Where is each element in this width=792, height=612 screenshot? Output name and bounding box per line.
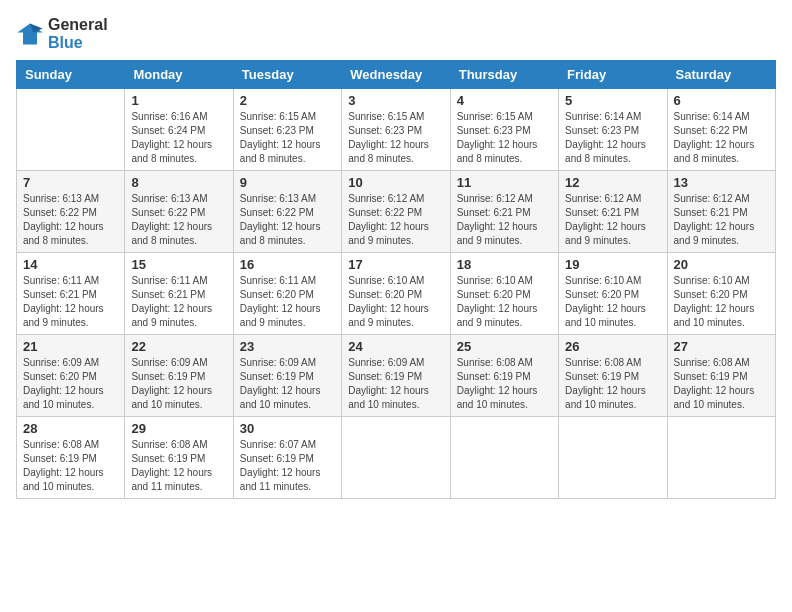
day-info: Sunrise: 6:12 AMSunset: 6:22 PMDaylight:… [348, 192, 443, 248]
day-info: Sunrise: 6:13 AMSunset: 6:22 PMDaylight:… [23, 192, 118, 248]
day-number: 10 [348, 175, 443, 190]
week-row-1: 7Sunrise: 6:13 AMSunset: 6:22 PMDaylight… [17, 171, 776, 253]
calendar-cell: 1Sunrise: 6:16 AMSunset: 6:24 PMDaylight… [125, 89, 233, 171]
calendar-cell: 4Sunrise: 6:15 AMSunset: 6:23 PMDaylight… [450, 89, 558, 171]
day-info: Sunrise: 6:08 AMSunset: 6:19 PMDaylight:… [565, 356, 660, 412]
day-info: Sunrise: 6:09 AMSunset: 6:20 PMDaylight:… [23, 356, 118, 412]
day-number: 9 [240, 175, 335, 190]
day-info: Sunrise: 6:11 AMSunset: 6:20 PMDaylight:… [240, 274, 335, 330]
calendar-cell: 12Sunrise: 6:12 AMSunset: 6:21 PMDayligh… [559, 171, 667, 253]
calendar-cell: 19Sunrise: 6:10 AMSunset: 6:20 PMDayligh… [559, 253, 667, 335]
calendar-cell [17, 89, 125, 171]
day-number: 29 [131, 421, 226, 436]
header-sunday: Sunday [17, 61, 125, 89]
day-number: 3 [348, 93, 443, 108]
day-info: Sunrise: 6:10 AMSunset: 6:20 PMDaylight:… [348, 274, 443, 330]
day-info: Sunrise: 6:10 AMSunset: 6:20 PMDaylight:… [565, 274, 660, 330]
calendar-cell: 7Sunrise: 6:13 AMSunset: 6:22 PMDaylight… [17, 171, 125, 253]
calendar-cell: 8Sunrise: 6:13 AMSunset: 6:22 PMDaylight… [125, 171, 233, 253]
header-saturday: Saturday [667, 61, 775, 89]
svg-marker-0 [17, 24, 42, 45]
week-row-2: 14Sunrise: 6:11 AMSunset: 6:21 PMDayligh… [17, 253, 776, 335]
day-info: Sunrise: 6:08 AMSunset: 6:19 PMDaylight:… [457, 356, 552, 412]
day-info: Sunrise: 6:09 AMSunset: 6:19 PMDaylight:… [240, 356, 335, 412]
calendar-cell: 21Sunrise: 6:09 AMSunset: 6:20 PMDayligh… [17, 335, 125, 417]
day-number: 5 [565, 93, 660, 108]
day-info: Sunrise: 6:13 AMSunset: 6:22 PMDaylight:… [240, 192, 335, 248]
calendar-cell: 23Sunrise: 6:09 AMSunset: 6:19 PMDayligh… [233, 335, 341, 417]
calendar-cell: 29Sunrise: 6:08 AMSunset: 6:19 PMDayligh… [125, 417, 233, 499]
day-info: Sunrise: 6:07 AMSunset: 6:19 PMDaylight:… [240, 438, 335, 494]
day-number: 28 [23, 421, 118, 436]
day-number: 20 [674, 257, 769, 272]
day-info: Sunrise: 6:12 AMSunset: 6:21 PMDaylight:… [457, 192, 552, 248]
day-info: Sunrise: 6:11 AMSunset: 6:21 PMDaylight:… [23, 274, 118, 330]
calendar-cell: 17Sunrise: 6:10 AMSunset: 6:20 PMDayligh… [342, 253, 450, 335]
day-info: Sunrise: 6:14 AMSunset: 6:22 PMDaylight:… [674, 110, 769, 166]
day-number: 11 [457, 175, 552, 190]
calendar-cell: 27Sunrise: 6:08 AMSunset: 6:19 PMDayligh… [667, 335, 775, 417]
day-info: Sunrise: 6:12 AMSunset: 6:21 PMDaylight:… [674, 192, 769, 248]
calendar-cell: 13Sunrise: 6:12 AMSunset: 6:21 PMDayligh… [667, 171, 775, 253]
calendar-table: SundayMondayTuesdayWednesdayThursdayFrid… [16, 60, 776, 499]
calendar-header-row: SundayMondayTuesdayWednesdayThursdayFrid… [17, 61, 776, 89]
week-row-4: 28Sunrise: 6:08 AMSunset: 6:19 PMDayligh… [17, 417, 776, 499]
day-info: Sunrise: 6:10 AMSunset: 6:20 PMDaylight:… [674, 274, 769, 330]
day-number: 30 [240, 421, 335, 436]
header-monday: Monday [125, 61, 233, 89]
day-number: 25 [457, 339, 552, 354]
day-number: 17 [348, 257, 443, 272]
day-number: 2 [240, 93, 335, 108]
logo: General Blue [16, 16, 108, 52]
logo-text: General Blue [48, 16, 108, 52]
day-info: Sunrise: 6:15 AMSunset: 6:23 PMDaylight:… [348, 110, 443, 166]
calendar-cell: 18Sunrise: 6:10 AMSunset: 6:20 PMDayligh… [450, 253, 558, 335]
day-info: Sunrise: 6:11 AMSunset: 6:21 PMDaylight:… [131, 274, 226, 330]
header-thursday: Thursday [450, 61, 558, 89]
day-info: Sunrise: 6:09 AMSunset: 6:19 PMDaylight:… [348, 356, 443, 412]
day-info: Sunrise: 6:13 AMSunset: 6:22 PMDaylight:… [131, 192, 226, 248]
day-number: 12 [565, 175, 660, 190]
calendar-cell: 10Sunrise: 6:12 AMSunset: 6:22 PMDayligh… [342, 171, 450, 253]
calendar-cell: 20Sunrise: 6:10 AMSunset: 6:20 PMDayligh… [667, 253, 775, 335]
day-info: Sunrise: 6:08 AMSunset: 6:19 PMDaylight:… [674, 356, 769, 412]
day-number: 19 [565, 257, 660, 272]
calendar-cell: 9Sunrise: 6:13 AMSunset: 6:22 PMDaylight… [233, 171, 341, 253]
day-info: Sunrise: 6:15 AMSunset: 6:23 PMDaylight:… [457, 110, 552, 166]
day-info: Sunrise: 6:09 AMSunset: 6:19 PMDaylight:… [131, 356, 226, 412]
calendar-cell [342, 417, 450, 499]
calendar-cell: 15Sunrise: 6:11 AMSunset: 6:21 PMDayligh… [125, 253, 233, 335]
calendar-cell [450, 417, 558, 499]
header: General Blue [16, 16, 776, 52]
day-number: 16 [240, 257, 335, 272]
calendar-cell: 5Sunrise: 6:14 AMSunset: 6:23 PMDaylight… [559, 89, 667, 171]
header-tuesday: Tuesday [233, 61, 341, 89]
week-row-3: 21Sunrise: 6:09 AMSunset: 6:20 PMDayligh… [17, 335, 776, 417]
day-number: 15 [131, 257, 226, 272]
day-info: Sunrise: 6:16 AMSunset: 6:24 PMDaylight:… [131, 110, 226, 166]
day-number: 6 [674, 93, 769, 108]
day-number: 1 [131, 93, 226, 108]
calendar-cell: 28Sunrise: 6:08 AMSunset: 6:19 PMDayligh… [17, 417, 125, 499]
calendar-cell: 25Sunrise: 6:08 AMSunset: 6:19 PMDayligh… [450, 335, 558, 417]
day-info: Sunrise: 6:14 AMSunset: 6:23 PMDaylight:… [565, 110, 660, 166]
logo-icon [16, 20, 44, 48]
day-number: 22 [131, 339, 226, 354]
week-row-0: 1Sunrise: 6:16 AMSunset: 6:24 PMDaylight… [17, 89, 776, 171]
calendar-cell [559, 417, 667, 499]
header-wednesday: Wednesday [342, 61, 450, 89]
day-number: 23 [240, 339, 335, 354]
calendar-cell: 26Sunrise: 6:08 AMSunset: 6:19 PMDayligh… [559, 335, 667, 417]
day-number: 21 [23, 339, 118, 354]
day-number: 4 [457, 93, 552, 108]
calendar-cell: 24Sunrise: 6:09 AMSunset: 6:19 PMDayligh… [342, 335, 450, 417]
calendar-cell: 14Sunrise: 6:11 AMSunset: 6:21 PMDayligh… [17, 253, 125, 335]
calendar-cell: 3Sunrise: 6:15 AMSunset: 6:23 PMDaylight… [342, 89, 450, 171]
calendar-cell [667, 417, 775, 499]
day-info: Sunrise: 6:12 AMSunset: 6:21 PMDaylight:… [565, 192, 660, 248]
day-info: Sunrise: 6:08 AMSunset: 6:19 PMDaylight:… [131, 438, 226, 494]
header-friday: Friday [559, 61, 667, 89]
day-number: 18 [457, 257, 552, 272]
day-info: Sunrise: 6:15 AMSunset: 6:23 PMDaylight:… [240, 110, 335, 166]
day-number: 13 [674, 175, 769, 190]
